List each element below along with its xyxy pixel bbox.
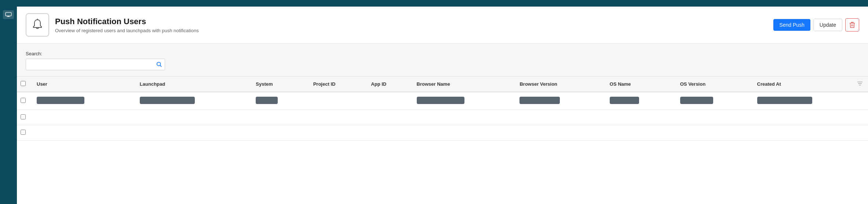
td-app-id bbox=[366, 125, 411, 141]
notification-icon-box bbox=[26, 13, 49, 37]
monitor-icon[interactable] bbox=[3, 10, 14, 19]
td-system bbox=[251, 92, 308, 110]
search-icon bbox=[156, 62, 162, 67]
td-created-at bbox=[752, 92, 868, 110]
th-browser-version: Browser Version bbox=[514, 77, 604, 92]
td-launchpad bbox=[135, 92, 251, 110]
svg-rect-0 bbox=[6, 12, 11, 16]
td-os-name bbox=[605, 125, 675, 141]
table-row bbox=[17, 125, 868, 141]
td-browser-name bbox=[412, 125, 515, 141]
send-push-button[interactable]: Send Push bbox=[773, 19, 810, 31]
search-button[interactable] bbox=[156, 62, 162, 67]
search-section: Search: bbox=[17, 44, 868, 77]
trash-icon bbox=[849, 22, 855, 28]
td-checkbox bbox=[17, 125, 32, 141]
svg-line-6 bbox=[160, 65, 161, 67]
td-os-version bbox=[675, 125, 752, 141]
row-checkbox[interactable] bbox=[21, 114, 26, 119]
data-table: User Launchpad System Project ID App ID … bbox=[17, 77, 868, 141]
td-user bbox=[32, 110, 135, 125]
page-description: Overview of registered users and launchp… bbox=[55, 28, 199, 33]
td-os-name bbox=[605, 92, 675, 110]
app-shell: Push Notification Users Overview of regi… bbox=[0, 7, 868, 204]
td-os-version bbox=[675, 110, 752, 125]
td-os-name bbox=[605, 110, 675, 125]
td-browser-version bbox=[514, 110, 604, 125]
header-left: Push Notification Users Overview of regi… bbox=[26, 13, 199, 37]
td-browser-version bbox=[514, 92, 604, 110]
td-project-id bbox=[308, 110, 366, 125]
search-input-wrapper bbox=[26, 59, 165, 70]
search-input[interactable] bbox=[26, 59, 165, 70]
bell-icon bbox=[31, 18, 44, 31]
header-text: Push Notification Users Overview of regi… bbox=[55, 17, 199, 33]
delete-button[interactable] bbox=[845, 18, 859, 31]
td-browser-name bbox=[412, 110, 515, 125]
row-checkbox[interactable] bbox=[21, 130, 26, 135]
td-checkbox bbox=[17, 92, 32, 110]
th-os-version: OS Version bbox=[675, 77, 752, 92]
svg-point-5 bbox=[157, 62, 161, 66]
th-project-id: Project ID bbox=[308, 77, 366, 92]
th-checkbox bbox=[17, 77, 32, 92]
header-actions: Send Push Update bbox=[773, 18, 859, 31]
th-system: System bbox=[251, 77, 308, 92]
td-project-id bbox=[308, 125, 366, 141]
td-system bbox=[251, 125, 308, 141]
td-created-at bbox=[752, 125, 868, 141]
column-filter-icon[interactable] bbox=[857, 81, 863, 87]
td-created-at bbox=[752, 110, 868, 125]
td-project-id bbox=[308, 92, 366, 110]
row-checkbox[interactable] bbox=[21, 98, 26, 103]
td-app-id bbox=[366, 110, 411, 125]
td-browser-name bbox=[412, 92, 515, 110]
sidebar bbox=[0, 7, 17, 204]
th-browser-name: Browser Name bbox=[412, 77, 515, 92]
td-browser-version bbox=[514, 125, 604, 141]
search-label: Search: bbox=[26, 51, 859, 56]
table-header: User Launchpad System Project ID App ID … bbox=[17, 77, 868, 92]
update-button[interactable]: Update bbox=[813, 19, 842, 31]
page-title: Push Notification Users bbox=[55, 17, 199, 26]
td-os-version bbox=[675, 92, 752, 110]
th-launchpad: Launchpad bbox=[135, 77, 251, 92]
table-header-row: User Launchpad System Project ID App ID … bbox=[17, 77, 868, 92]
table-body bbox=[17, 92, 868, 141]
td-user bbox=[32, 125, 135, 141]
td-app-id bbox=[366, 92, 411, 110]
select-all-checkbox[interactable] bbox=[21, 81, 26, 86]
table-section: User Launchpad System Project ID App ID … bbox=[17, 77, 868, 204]
table-row bbox=[17, 92, 868, 110]
header: Push Notification Users Overview of regi… bbox=[17, 7, 868, 44]
main-content: Push Notification Users Overview of regi… bbox=[17, 7, 868, 204]
th-os-name: OS Name bbox=[605, 77, 675, 92]
td-system bbox=[251, 110, 308, 125]
td-checkbox bbox=[17, 110, 32, 125]
td-user bbox=[32, 92, 135, 110]
th-created-at: Created At bbox=[752, 77, 868, 92]
td-launchpad bbox=[135, 125, 251, 141]
td-launchpad bbox=[135, 110, 251, 125]
th-app-id: App ID bbox=[366, 77, 411, 92]
th-user: User bbox=[32, 77, 135, 92]
top-bar bbox=[0, 0, 868, 7]
table-row bbox=[17, 110, 868, 125]
